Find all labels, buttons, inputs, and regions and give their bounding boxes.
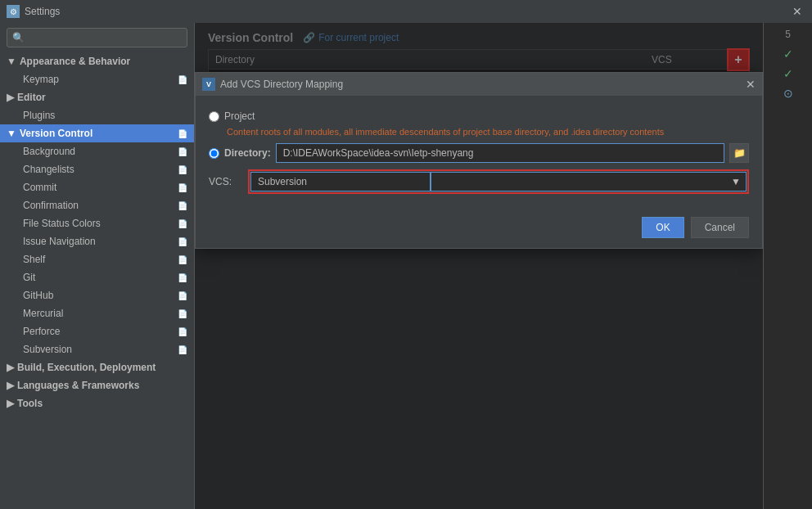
sidebar-item-shelf[interactable]: Shelf 📄 [0,250,194,268]
modal-title: Add VCS Directory Mapping [220,79,343,90]
browse-button[interactable]: 📁 [729,143,749,163]
sidebar-item-background[interactable]: Background 📄 [0,142,194,160]
modal-body: Project Content roots of all modules, al… [196,96,762,210]
sidebar-item-editor[interactable]: ▶ Editor [0,88,194,106]
sidebar-item-subversion[interactable]: Subversion 📄 [0,340,194,358]
sidebar: 🔍 ▼ Appearance & Behavior Keymap 📄 ▶ Edi… [0,23,195,509]
sidebar-item-perforce[interactable]: Perforce 📄 [0,322,194,340]
sidebar-label: Tools [17,398,43,409]
modal-close-button[interactable]: ✕ [746,78,756,91]
page-icon: 📄 [178,291,187,300]
sidebar-item-appearance[interactable]: ▼ Appearance & Behavior [0,52,194,70]
directory-radio-row: Directory: D:\IDEAWorkSpace\idea-svn\Iet… [209,143,749,163]
main-panel: Version Control 🔗 For current project Di… [195,23,763,509]
page-icon: 📄 [178,327,187,336]
page-icon: 📄 [178,147,187,156]
arrow-icon: ▶ [7,362,14,373]
sidebar-label: Changelists [23,164,74,175]
sidebar-label: Mercurial [23,308,63,319]
vcs-field-row: VCS: Subversion ▼ [209,169,749,194]
sidebar-item-version-control[interactable]: ▼ Version Control 📄 [0,124,194,142]
vcs-current-value: Subversion [250,172,431,191]
sidebar-item-commit[interactable]: Commit 📄 [0,178,194,196]
page-icon: 📄 [178,219,187,228]
sidebar-label: Languages & Frameworks [17,380,139,391]
arrow-icon: ▶ [7,380,14,391]
vcs-dropdown[interactable]: ▼ [431,172,747,191]
sidebar-item-git[interactable]: Git 📄 [0,268,194,286]
sidebar-label: Plugins [23,110,55,121]
sidebar-item-mercurial[interactable]: Mercurial 📄 [0,304,194,322]
page-icon: 📄 [178,237,187,246]
sidebar-label: File Status Colors [23,218,101,229]
right-panel: 5 ✓ ✓ ⊙ [763,23,812,509]
window-title: Settings [25,6,60,17]
sidebar-item-languages[interactable]: ▶ Languages & Frameworks [0,376,194,394]
tab-number[interactable]: 5 [780,26,796,43]
modal-buttons: OK Cancel [196,210,762,248]
directory-radio[interactable] [209,148,219,159]
sidebar-label: Keymap [23,74,59,85]
sidebar-label: GitHub [23,290,53,301]
project-radio[interactable] [209,111,219,122]
directory-field: D:\IDEAWorkSpace\idea-svn\Ietp-shenyang [276,143,724,163]
search-icon: 🔍 [12,32,25,43]
modal-overlay: V Add VCS Directory Mapping ✕ Project Co… [195,23,763,509]
directory-value: D:\IDEAWorkSpace\idea-svn\Ietp-shenyang [283,147,474,159]
sidebar-label: Appearance & Behavior [20,56,130,67]
directory-radio-label: Directory: [224,147,271,159]
sidebar-item-confirmation[interactable]: Confirmation 📄 [0,196,194,214]
page-icon: 📄 [178,201,187,210]
close-button[interactable]: ✕ [789,3,805,20]
sidebar-label: Git [23,272,35,283]
page-icon: 📄 [178,255,187,264]
sidebar-item-file-status-colors[interactable]: File Status Colors 📄 [0,214,194,232]
sidebar-item-changelists[interactable]: Changelists 📄 [0,160,194,178]
search-box[interactable]: 🔍 [7,28,187,47]
cancel-button[interactable]: Cancel [691,217,749,238]
page-icon: 📄 [178,273,187,282]
project-radio-label: Project [224,110,255,122]
page-icon: 📄 [178,183,187,192]
arrow-icon: ▼ [7,56,16,67]
sidebar-item-tools[interactable]: ▶ Tools [0,394,194,412]
sidebar-item-github[interactable]: GitHub 📄 [0,286,194,304]
check-icon-2[interactable]: ✓ [780,65,796,82]
modal-title-bar: V Add VCS Directory Mapping ✕ [196,73,762,96]
project-radio-row: Project [209,110,749,122]
modal-icon: V [202,78,215,91]
check-icon-3[interactable]: ⊙ [780,85,796,101]
sidebar-label: Version Control [20,128,92,139]
arrow-icon: ▶ [7,398,14,409]
sidebar-label: Commit [23,182,56,193]
page-icon: 📄 [178,165,187,174]
app-icon: ⚙ [7,5,20,18]
page-icon: 📄 [178,345,187,354]
page-icon: 📄 [178,75,187,84]
page-icon: 📄 [178,129,187,138]
project-radio-desc: Content roots of all modules, all immedi… [227,127,749,137]
chevron-down-icon: ▼ [731,176,741,187]
sidebar-item-issue-navigation[interactable]: Issue Navigation 📄 [0,232,194,250]
arrow-icon: ▶ [7,92,14,103]
check-icon-1[interactable]: ✓ [780,46,796,62]
arrow-icon: ▼ [7,128,16,139]
settings-window: ⚙ Settings ✕ 🔍 ▼ Appearance & Behavior K… [0,0,812,509]
sidebar-label: Confirmation [23,200,79,211]
ok-button[interactable]: OK [642,217,683,238]
content-area: 🔍 ▼ Appearance & Behavior Keymap 📄 ▶ Edi… [0,23,812,509]
sidebar-label: Build, Execution, Deployment [17,362,156,373]
sidebar-item-keymap[interactable]: Keymap 📄 [0,70,194,88]
vcs-wrapper: Subversion ▼ [248,169,749,194]
add-vcs-dialog: V Add VCS Directory Mapping ✕ Project Co… [195,72,763,249]
sidebar-label: Perforce [23,326,60,337]
page-icon: 📄 [178,309,187,318]
sidebar-label: Subversion [23,344,72,355]
vcs-label: VCS: [209,176,241,187]
sidebar-label: Shelf [23,254,45,265]
sidebar-item-plugins[interactable]: Plugins [0,106,194,124]
sidebar-label: Editor [17,92,46,103]
sidebar-item-build[interactable]: ▶ Build, Execution, Deployment [0,358,194,376]
sidebar-label: Issue Navigation [23,236,96,247]
sidebar-label: Background [23,146,75,157]
